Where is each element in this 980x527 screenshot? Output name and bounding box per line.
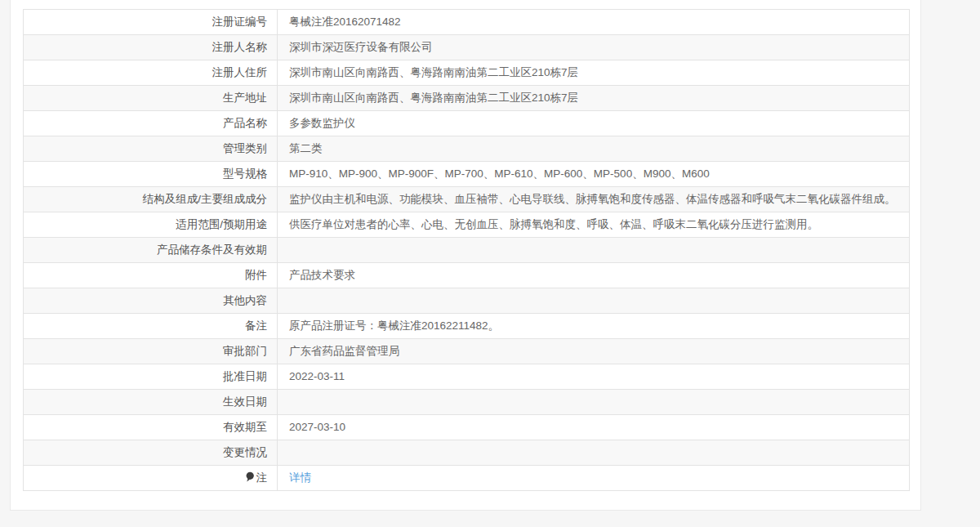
row-value: 深圳市南山区向南路西、粤海路南南油第二工业区210栋7层 — [278, 60, 910, 86]
table-row: 适用范围/预期用途供医疗单位对患者的心率、心电、无创血压、脉搏氧饱和度、呼吸、体… — [24, 212, 910, 238]
row-label: 注册人住所 — [24, 60, 278, 86]
table-row: 批准日期2022-03-11 — [24, 364, 910, 390]
row-value: 原产品注册证号：粤械注准20162211482。 — [278, 314, 910, 339]
row-label: 产品储存条件及有效期 — [24, 238, 278, 263]
registration-table-body: 注册证编号粤械注准20162071482注册人名称深圳市深迈医疗设备有限公司注册… — [24, 10, 910, 491]
row-label: 生效日期 — [24, 390, 278, 415]
content-panel: 注册证编号粤械注准20162071482注册人名称深圳市深迈医疗设备有限公司注册… — [10, 0, 921, 511]
table-row: 生产地址深圳市南山区向南路西、粤海路南南油第二工业区210栋7层 — [24, 86, 910, 111]
table-row: 有效期至2027-03-10 — [24, 415, 910, 440]
row-label: 变更情况 — [24, 440, 278, 466]
row-value: 深圳市南山区向南路西、粤海路南南油第二工业区210栋7层 — [278, 86, 910, 111]
row-value: 详情 — [278, 466, 910, 491]
row-label: 批准日期 — [24, 364, 278, 390]
row-label: 附件 — [24, 263, 278, 288]
row-label: 结构及组成/主要组成成分 — [24, 187, 278, 212]
row-value: 供医疗单位对患者的心率、心电、无创血压、脉搏氧饱和度、呼吸、体温、呼吸末二氧化碳… — [278, 212, 910, 238]
row-value: 第二类 — [278, 136, 910, 162]
row-value: 广东省药品监督管理局 — [278, 339, 910, 364]
table-row: 审批部门广东省药品监督管理局 — [24, 339, 910, 364]
table-row: 管理类别第二类 — [24, 136, 910, 162]
row-value: 2022-03-11 — [278, 364, 910, 390]
row-value: 深圳市深迈医疗设备有限公司 — [278, 35, 910, 60]
row-label: 注册人名称 — [24, 35, 278, 60]
row-value: MP-910、MP-900、MP-900F、MP-700、MP-610、MP-6… — [278, 162, 910, 187]
row-value: 产品技术要求 — [278, 263, 910, 288]
table-row: 注册证编号粤械注准20162071482 — [24, 10, 910, 35]
row-value — [278, 238, 910, 263]
registration-table: 注册证编号粤械注准20162071482注册人名称深圳市深迈医疗设备有限公司注册… — [23, 9, 910, 491]
row-value — [278, 288, 910, 314]
row-value — [278, 390, 910, 415]
table-row: 附件产品技术要求 — [24, 263, 910, 288]
row-label: 生产地址 — [24, 86, 278, 111]
row-label: 备注 — [24, 314, 278, 339]
row-label: 注册证编号 — [24, 10, 278, 35]
row-label: 型号规格 — [24, 162, 278, 187]
table-row: 注册人名称深圳市深迈医疗设备有限公司 — [24, 35, 910, 60]
row-label: 有效期至 — [24, 415, 278, 440]
note-balloon-icon — [245, 471, 255, 485]
table-row: 备注原产品注册证号：粤械注准20162211482。 — [24, 314, 910, 339]
table-row: 注册人住所深圳市南山区向南路西、粤海路南南油第二工业区210栋7层 — [24, 60, 910, 86]
table-row: 其他内容 — [24, 288, 910, 314]
row-label: 适用范围/预期用途 — [24, 212, 278, 238]
row-label: 产品名称 — [24, 111, 278, 136]
row-value: 2027-03-10 — [278, 415, 910, 440]
row-value: 监护仪由主机和电源、功能模块、血压袖带、心电导联线、脉搏氧饱和度传感器、体温传感… — [278, 187, 910, 212]
table-row: 结构及组成/主要组成成分监护仪由主机和电源、功能模块、血压袖带、心电导联线、脉搏… — [24, 187, 910, 212]
row-value: 粤械注准20162071482 — [278, 10, 910, 35]
row-label: 审批部门 — [24, 339, 278, 364]
row-label: 注 — [24, 466, 278, 491]
details-link[interactable]: 详情 — [289, 471, 311, 484]
table-row: 产品名称多参数监护仪 — [24, 111, 910, 136]
table-row: 型号规格MP-910、MP-900、MP-900F、MP-700、MP-610、… — [24, 162, 910, 187]
row-label: 其他内容 — [24, 288, 278, 314]
row-label-text: 注 — [256, 471, 268, 484]
table-row: 生效日期 — [24, 390, 910, 415]
row-value — [278, 440, 910, 466]
row-value: 多参数监护仪 — [278, 111, 910, 136]
row-label: 管理类别 — [24, 136, 278, 162]
table-row: 产品储存条件及有效期 — [24, 238, 910, 263]
table-row: 变更情况 — [24, 440, 910, 466]
table-row: 注详情 — [24, 466, 910, 491]
